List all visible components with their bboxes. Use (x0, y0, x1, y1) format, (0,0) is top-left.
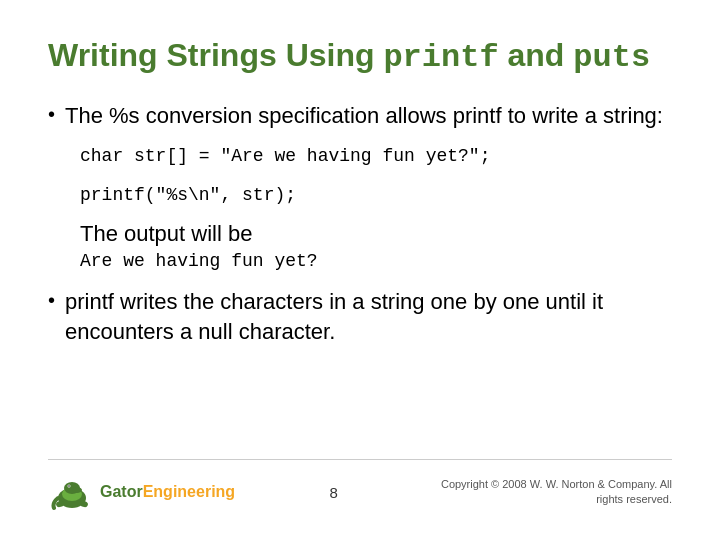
title-text-middle: and (499, 37, 574, 73)
title-code1: printf (383, 39, 498, 76)
code-line-2: printf("%s\n", str); (80, 182, 672, 209)
bullet-dot-2: • (48, 289, 55, 312)
bullet-1-text-middle: conversion specification allows (140, 103, 453, 128)
bullet-item-1: • The %s conversion specification allows… (48, 101, 672, 131)
bullet-1-code1: %s (109, 103, 140, 128)
footer-page-number: 8 (329, 484, 337, 501)
footer: GatorEngineering 8 Copyright © 2008 W. W… (48, 459, 672, 516)
slide-content: • The %s conversion specification allows… (48, 101, 672, 459)
svg-point-4 (68, 485, 70, 487)
footer-logo: GatorEngineering (48, 468, 235, 516)
bullet-2-text: printf writes the characters in a string… (65, 287, 672, 346)
bullet-item-2: • printf writes the characters in a stri… (48, 287, 672, 346)
code-line-1: char str[] = "Are we having fun yet?"; (80, 143, 672, 170)
output-label: The output will be (80, 221, 672, 247)
bullet-2-code1: printf (65, 289, 114, 314)
bullet-1-text-after: to write a string: (502, 103, 663, 128)
output-text: Are we having fun yet? (80, 251, 672, 271)
bullet-2-text-after: writes the characters in a string one by… (65, 289, 603, 344)
footer-brand: GatorEngineering (100, 483, 235, 501)
bullet-1-text: The %s conversion specification allows p… (65, 101, 663, 131)
bullet-dot-1: • (48, 103, 55, 126)
title-text-before: Writing Strings Using (48, 37, 383, 73)
slide-title: Writing Strings Using printf and puts (48, 36, 672, 77)
title-code2: puts (573, 39, 650, 76)
gator-icon (48, 468, 96, 516)
bullet-1-code2: printf (453, 103, 502, 128)
svg-point-5 (72, 487, 82, 493)
footer-copyright: Copyright © 2008 W. W. Norton & Company.… (432, 477, 672, 508)
footer-brand-gator: Gator (100, 483, 143, 500)
slide: Writing Strings Using printf and puts • … (0, 0, 720, 540)
footer-brand-engineering: Engineering (143, 483, 235, 500)
bullet-1-text-before: The (65, 103, 109, 128)
